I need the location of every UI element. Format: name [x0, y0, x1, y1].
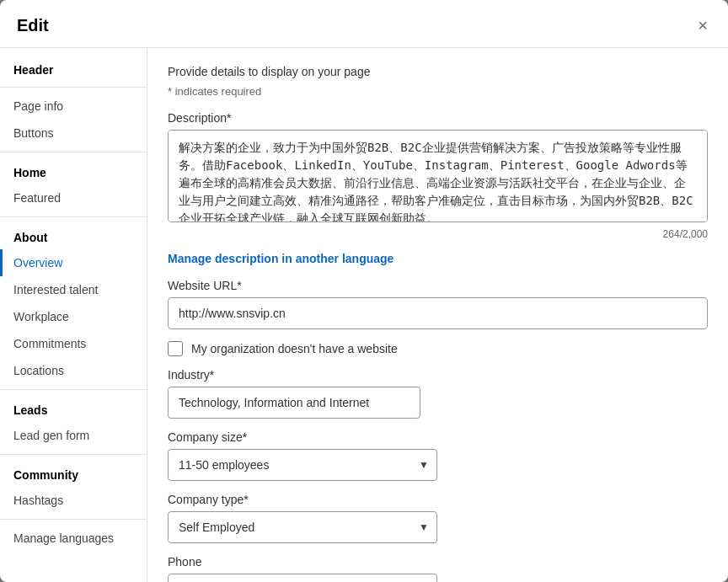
sidebar-section-home: Home — [0, 158, 147, 184]
modal-body: Header Page info Buttons Home Featured A… — [0, 48, 728, 582]
phone-label: Phone — [168, 555, 708, 569]
required-note: * indicates required — [168, 85, 708, 98]
website-label: Website URL* — [168, 279, 708, 292]
sidebar-divider-3 — [0, 216, 147, 217]
description-label: Description* — [168, 111, 708, 125]
company-type-wrapper: Self Employed Privately Held Public Comp… — [168, 511, 437, 543]
no-website-label: My organization doesn't have a website — [191, 342, 398, 355]
sidebar-item-page-info[interactable]: Page info — [0, 93, 147, 120]
website-input[interactable] — [168, 297, 708, 329]
industry-field: Industry* — [168, 368, 708, 419]
manage-description-link[interactable]: Manage description in another language — [168, 252, 393, 265]
modal-title: Edit — [17, 16, 49, 35]
sidebar-section-community: Community — [0, 460, 147, 487]
no-website-row: My organization doesn't have a website — [168, 341, 708, 356]
description-field: Description* 264/2,000 — [168, 111, 708, 240]
main-content: Provide details to display on your page … — [147, 48, 728, 582]
modal-header: Edit × — [0, 0, 728, 48]
industry-label: Industry* — [168, 368, 708, 382]
sidebar-item-workplace[interactable]: Workplace — [0, 303, 147, 330]
sidebar-item-locations[interactable]: Locations — [0, 357, 147, 384]
website-field: Website URL* — [168, 279, 708, 329]
sidebar-item-interested-talent[interactable]: Interested talent — [0, 276, 147, 303]
char-count: 264/2,000 — [168, 228, 708, 240]
close-button[interactable]: × — [694, 13, 711, 37]
no-website-checkbox[interactable] — [168, 341, 183, 356]
sidebar-divider-5 — [0, 454, 147, 455]
sidebar-item-hashtags[interactable]: Hashtags — [0, 487, 147, 514]
sidebar-section-leads: Leads — [0, 395, 147, 422]
sidebar-item-commitments[interactable]: Commitments — [0, 330, 147, 357]
description-textarea[interactable] — [168, 130, 708, 222]
industry-input[interactable] — [168, 387, 420, 419]
sidebar-section-header: Header — [0, 55, 147, 82]
sidebar-divider-1 — [0, 87, 147, 88]
sidebar-item-featured[interactable]: Featured — [0, 184, 147, 211]
sidebar-divider-4 — [0, 389, 147, 390]
sidebar: Header Page info Buttons Home Featured A… — [0, 48, 147, 582]
sidebar-item-manage-languages[interactable]: Manage languages — [0, 525, 147, 552]
company-type-field: Company type* Self Employed Privately He… — [168, 493, 708, 543]
sidebar-item-buttons[interactable]: Buttons — [0, 120, 147, 147]
edit-modal: Edit × Header Page info Buttons Home Fea… — [0, 0, 728, 582]
company-type-label: Company type* — [168, 493, 708, 506]
sidebar-divider-2 — [0, 152, 147, 152]
company-type-select[interactable]: Self Employed Privately Held Public Comp… — [168, 511, 437, 543]
sidebar-section-about: About — [0, 222, 147, 249]
company-size-select[interactable]: 1 employee 2-10 employees 11-50 employee… — [168, 449, 437, 481]
description-wrapper — [168, 130, 708, 225]
sidebar-item-lead-gen-form[interactable]: Lead gen form — [0, 422, 147, 449]
phone-field: Phone — [168, 555, 708, 582]
phone-input[interactable] — [168, 574, 437, 582]
company-size-wrapper: 1 employee 2-10 employees 11-50 employee… — [168, 449, 437, 481]
provide-text: Provide details to display on your page — [168, 65, 708, 78]
company-size-label: Company size* — [168, 430, 708, 444]
sidebar-item-overview[interactable]: Overview — [0, 249, 147, 276]
sidebar-divider-6 — [0, 519, 147, 520]
company-size-field: Company size* 1 employee 2-10 employees … — [168, 430, 708, 481]
